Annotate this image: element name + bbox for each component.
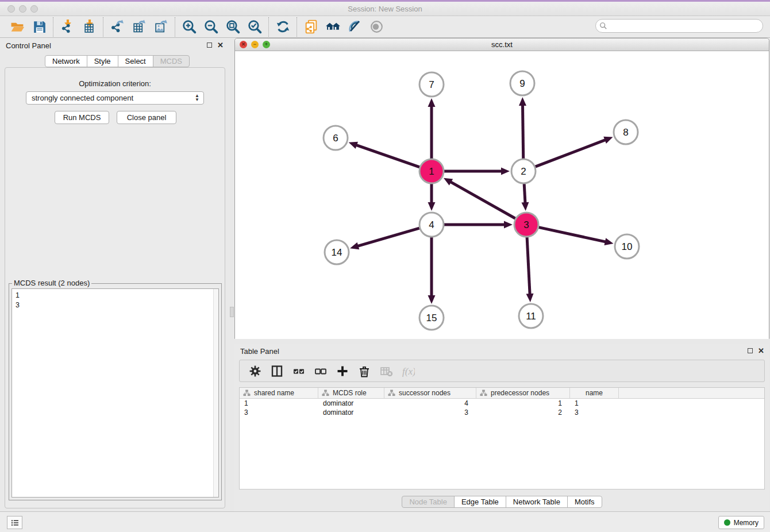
column-header-shared-name[interactable]: shared name <box>240 388 318 398</box>
export-table-button[interactable] <box>128 18 150 36</box>
tab-network[interactable]: Network <box>45 55 87 67</box>
mcds-result-title: MCDS result (2 nodes) <box>12 279 91 287</box>
tab-edge-table[interactable]: Edge Table <box>454 496 506 508</box>
node-6[interactable]: 6 <box>324 126 348 150</box>
task-history-button[interactable] <box>7 516 22 529</box>
column-header-predecessor-nodes[interactable]: predecessor nodes <box>476 388 570 398</box>
edge-1-6[interactable] <box>349 142 420 167</box>
node-2[interactable]: 2 <box>511 159 536 183</box>
zoom-out-icon <box>203 19 219 34</box>
export-network-button[interactable] <box>106 18 128 36</box>
table-panel-header: Table Panel ✕ <box>234 344 769 358</box>
export-network-icon <box>110 19 125 34</box>
window-title: Session: New Session <box>0 5 770 13</box>
node-table: shared nameMCDS rolesuccessor nodesprede… <box>239 387 765 489</box>
zoom-in-button[interactable] <box>178 18 200 36</box>
edge-4-14[interactable] <box>350 228 419 249</box>
tab-motifs[interactable]: Motifs <box>567 496 602 508</box>
control-panel-tabs: NetworkStyleSelectMCDS <box>45 55 190 67</box>
tab-select[interactable]: Select <box>118 55 153 67</box>
toolbar-group <box>175 17 268 37</box>
float-panel-icon[interactable] <box>207 43 212 48</box>
open-session-button[interactable] <box>6 18 28 36</box>
node-3[interactable]: 3 <box>514 213 538 237</box>
table-row[interactable]: 1dominator411 <box>240 399 764 408</box>
network-window-title: scc.txt <box>235 40 769 49</box>
optimization-criterion-select[interactable]: strongly connected component ▲▼ <box>26 91 204 105</box>
status-bar: Memory <box>0 511 770 532</box>
tab-node-table[interactable]: Node Table <box>402 496 455 508</box>
first-neighbors-button[interactable] <box>322 18 344 36</box>
edge-3-10[interactable] <box>538 228 613 245</box>
control-panel: Control Panel ✕ NetworkStyleSelectMCDS O… <box>0 38 230 511</box>
save-session-button[interactable] <box>28 18 50 36</box>
result-scrollbar[interactable] <box>213 289 218 497</box>
column-header-MCDS-role[interactable]: MCDS role <box>318 388 384 398</box>
tree-icon <box>322 390 329 396</box>
close-table-panel-icon[interactable]: ✕ <box>758 346 764 355</box>
tab-mcds[interactable]: MCDS <box>153 55 190 67</box>
edge-4-15[interactable] <box>428 237 436 304</box>
edge-1-2[interactable] <box>444 168 510 175</box>
node-8[interactable]: 8 <box>614 120 638 144</box>
create-column-button[interactable] <box>332 363 353 380</box>
node-7[interactable]: 7 <box>419 72 444 97</box>
node-4[interactable]: 4 <box>419 213 444 237</box>
unselect-all-columns-button[interactable] <box>310 363 332 380</box>
export-image-button[interactable] <box>150 18 172 36</box>
run-mcds-button[interactable]: Run MCDS <box>55 111 109 124</box>
node-label: 8 <box>623 127 628 138</box>
node-15[interactable]: 15 <box>419 306 444 330</box>
edge-2-9[interactable] <box>519 97 526 159</box>
column-header-name[interactable]: name <box>570 388 619 398</box>
node-label: 6 <box>333 133 338 144</box>
select-all-columns-button[interactable] <box>288 363 310 380</box>
delete-columns-button[interactable] <box>353 363 375 380</box>
table-row[interactable]: 3dominator323 <box>240 408 764 417</box>
import-table-button[interactable] <box>78 18 100 36</box>
column-label: name <box>586 389 603 397</box>
main-toolbar <box>0 16 770 38</box>
zoom-fit-button[interactable] <box>222 18 244 36</box>
mcds-tab-content: Optimization criterion: strongly connect… <box>5 67 225 508</box>
column-label: shared name <box>254 389 294 397</box>
zoom-selected-button[interactable] <box>244 18 265 36</box>
float-table-panel-icon[interactable] <box>748 348 753 353</box>
tree-icon <box>480 390 487 396</box>
search-icon <box>599 22 607 30</box>
close-panel-icon[interactable]: ✕ <box>217 41 224 49</box>
tab-style[interactable]: Style <box>87 55 118 67</box>
mcds-result-area[interactable]: 13 <box>11 288 219 498</box>
vertical-splitter-handle[interactable] <box>230 307 234 317</box>
refresh-network-button[interactable] <box>272 18 294 36</box>
columns-icon <box>270 364 284 378</box>
table-options-button[interactable] <box>244 363 266 380</box>
copy-network-button[interactable] <box>300 18 322 36</box>
column-header-successor-nodes[interactable]: successor nodes <box>384 388 476 398</box>
memory-button[interactable]: Memory <box>718 516 764 529</box>
edge-2-3[interactable] <box>521 184 529 211</box>
edge-3-1[interactable] <box>444 178 515 218</box>
export-image-icon <box>153 19 169 34</box>
search-input[interactable] <box>610 20 763 32</box>
node-10[interactable]: 10 <box>615 234 639 259</box>
toolbar-group <box>297 17 390 37</box>
edge-1-7[interactable] <box>428 98 436 159</box>
zoom-out-button[interactable] <box>200 18 222 36</box>
tab-network-table[interactable]: Network Table <box>506 496 568 508</box>
network-window-titlebar[interactable]: ✕ − + scc.txt <box>235 38 769 51</box>
node-9[interactable]: 9 <box>510 71 534 95</box>
search-box[interactable] <box>595 19 763 33</box>
node-1[interactable]: 1 <box>419 159 444 183</box>
vizmap-toggle-button[interactable] <box>344 18 365 36</box>
edge-1-4[interactable] <box>428 184 436 211</box>
edge-3-11[interactable] <box>526 237 534 302</box>
edge-4-3[interactable] <box>444 221 513 229</box>
split-panel-button[interactable] <box>266 363 288 380</box>
close-panel-button[interactable]: Close panel <box>117 111 176 124</box>
node-14[interactable]: 14 <box>325 240 349 264</box>
node-11[interactable]: 11 <box>519 304 543 328</box>
network-canvas[interactable]: 1234678910111415 <box>235 51 769 339</box>
import-network-button[interactable] <box>56 18 78 36</box>
edge-2-8[interactable] <box>536 137 613 167</box>
